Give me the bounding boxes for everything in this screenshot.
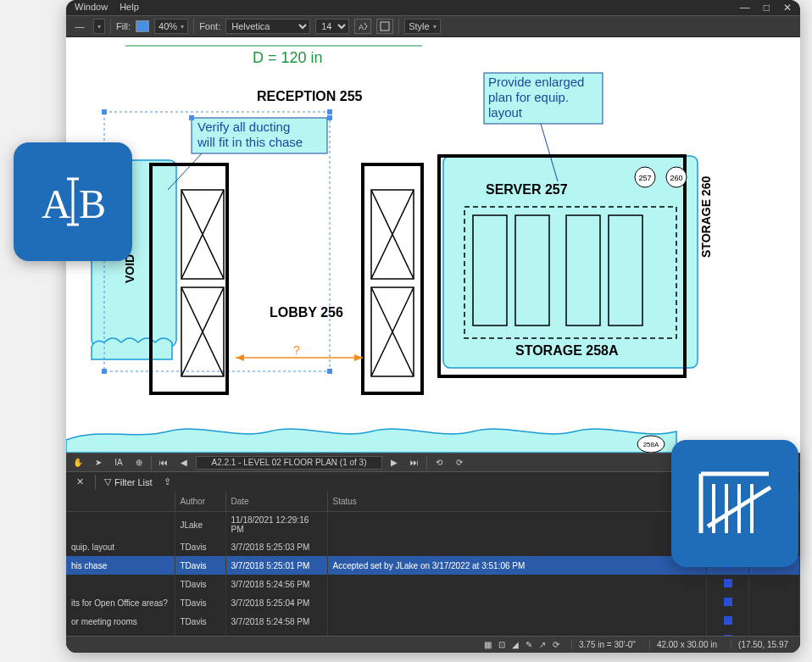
text-cursor-icon[interactable]: IA (110, 456, 127, 470)
svg-text:A: A (359, 23, 364, 31)
svg-rect-12 (189, 115, 194, 120)
room-label-storage-258a: STORAGE 258A (515, 343, 619, 358)
dimension-d: D = 120 in (253, 49, 323, 66)
room-label-reception: RECEPTION 255 (257, 89, 363, 103)
table-row[interactable]: TDavis3/7/2018 5:24:56 PM (66, 575, 800, 593)
funnel-icon: ▽ (104, 476, 111, 487)
measurement-tile (671, 440, 798, 567)
svg-rect-9 (327, 109, 332, 114)
box-icon[interactable] (376, 19, 393, 34)
line-style-dropdown[interactable]: ▾ (93, 19, 105, 34)
svg-rect-8 (102, 109, 107, 114)
prev-page-icon[interactable]: ◀ (175, 456, 192, 470)
mode3-icon[interactable]: ↗ (539, 640, 546, 649)
distance-question: ? (293, 343, 300, 357)
last-page-icon[interactable]: ⏭ (406, 456, 423, 470)
pointer-icon[interactable]: ➤ (90, 456, 107, 470)
format-toolbar: — ▾ Fill: 40%▾ Font: Helvetica 14 A Styl… (66, 15, 800, 37)
font-label: Font: (199, 21, 220, 31)
svg-rect-3 (443, 156, 698, 368)
status-scale[interactable]: 3.75 in = 30'-0" (571, 640, 642, 649)
page-selector[interactable]: A2.2.1 - LEVEL 02 FLOOR PLAN (1 of 3) (196, 456, 382, 470)
export-icon[interactable]: ⇪ (161, 476, 175, 489)
style-dropdown[interactable]: Style▾ (404, 19, 440, 34)
status-tools: ▦ ⊡ ◢ ✎ ↗ ⟳ (479, 640, 565, 649)
svg-text:A: A (42, 181, 71, 226)
font-family-select[interactable]: Helvetica (225, 19, 310, 34)
table-row[interactable]: its for Open Office areas?TDavis3/7/2018… (66, 593, 800, 612)
tag-258a: 258A (643, 441, 659, 448)
callout-1-line2: will fit in this chase (197, 135, 303, 149)
dash-icon[interactable]: — (71, 19, 88, 34)
font-size-select[interactable]: 14 (315, 19, 349, 34)
col-status[interactable]: Status⇅ ↓ (327, 492, 707, 512)
autofit-icon[interactable]: A (354, 19, 371, 34)
callout-2-line3: layout (488, 105, 523, 120)
snap-icon[interactable]: ⊡ (498, 640, 505, 649)
maximize-icon[interactable]: □ (764, 2, 770, 14)
svg-rect-1 (381, 22, 389, 31)
col-date[interactable]: Date (225, 492, 327, 512)
svg-marker-37 (236, 354, 244, 361)
fill-label: Fill: (116, 21, 131, 31)
menu-help[interactable]: Help (120, 2, 139, 14)
drawing-canvas[interactable]: D = 120 in RECEPTION 255 LOBBY 256 SERVE… (66, 37, 800, 453)
sync-icon[interactable]: ⟳ (553, 640, 559, 649)
callout-1-line1: Verify all ducting (197, 120, 290, 134)
close-panel-icon[interactable]: ✕ (73, 476, 86, 489)
pan-icon[interactable]: ✋ (70, 456, 86, 470)
forward-icon[interactable]: ⟳ (451, 456, 468, 470)
filter-list-button[interactable]: ▽ Filter List (104, 476, 153, 487)
mode2-icon[interactable]: ✎ (526, 640, 532, 649)
svg-rect-13 (327, 115, 332, 120)
col-author[interactable]: Author (175, 492, 225, 512)
status-bar: ▦ ⊡ ◢ ✎ ↗ ⟳ 3.75 in = 30'-0" 42.00 x 30.… (66, 636, 800, 653)
svg-rect-10 (102, 369, 107, 374)
table-row[interactable]: or meeting roomsTDavis3/7/2018 5:24:58 P… (66, 612, 800, 631)
room-label-lobby: LOBBY 256 (270, 305, 343, 320)
back-icon[interactable]: ⟲ (431, 456, 448, 470)
window-controls: — □ ✕ (740, 2, 792, 14)
room-label-server: SERVER 257 (486, 182, 568, 197)
callout-2-line2: plan for equip. (488, 90, 569, 104)
minimize-icon[interactable]: — (740, 2, 750, 14)
mode1-icon[interactable]: ◢ (512, 640, 519, 649)
fill-color-swatch[interactable] (136, 20, 149, 32)
room-label-storage-260: STORAGE 260 (699, 176, 713, 258)
status-coords: (17.50, 15.97 (731, 640, 795, 649)
fill-opacity-dropdown[interactable]: 40%▾ (154, 19, 188, 34)
status-size: 42.00 x 30.00 in (649, 640, 724, 649)
text-tool-tile: A B (14, 142, 132, 261)
next-page-icon[interactable]: ▶ (386, 456, 403, 470)
menubar: Window Help — □ ✕ (66, 0, 800, 15)
callout-2-line1: Provide enlarged (488, 75, 584, 89)
tag-260: 260 (670, 174, 682, 182)
grid-toggle-icon[interactable]: ▦ (484, 640, 492, 649)
svg-text:B: B (79, 181, 106, 226)
close-icon[interactable]: ✕ (783, 2, 792, 14)
zoom-icon[interactable]: ⊕ (131, 456, 147, 470)
tag-257: 257 (638, 174, 651, 182)
menu-window[interactable]: Window (75, 2, 108, 14)
first-page-icon[interactable]: ⏮ (155, 456, 172, 470)
svg-rect-11 (327, 369, 332, 374)
